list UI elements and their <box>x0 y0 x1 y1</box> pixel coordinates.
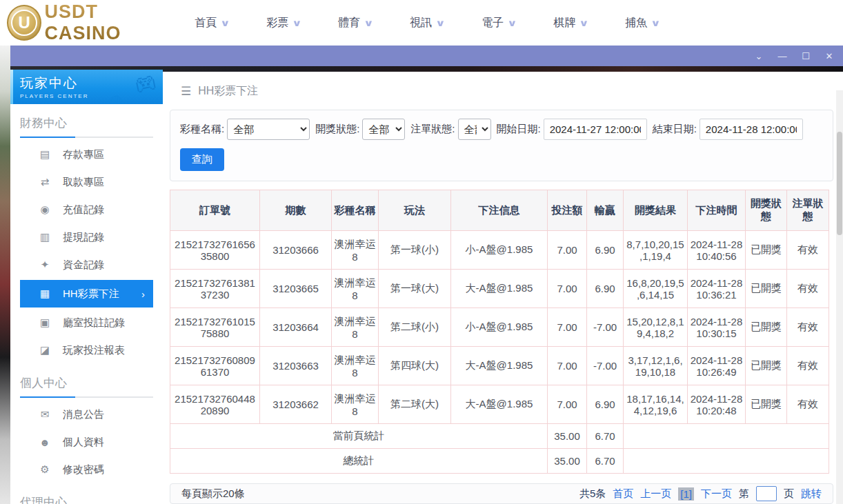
page-number-input[interactable] <box>756 486 777 501</box>
column-header-開獎狀態: 開獎狀態 <box>746 190 787 231</box>
table-cell: 8,7,10,20,15,1,19,4 <box>624 231 688 270</box>
nav-item-label: 視訊 <box>410 16 432 30</box>
sidebar-item-HH彩票下注[interactable]: ▦HH彩票下注› <box>20 280 153 308</box>
summary-empty-cell <box>624 449 829 474</box>
profile-person-icon: ☻ <box>38 436 52 448</box>
nav-item-label: 電子 <box>482 16 504 30</box>
prev-page-link[interactable]: 上一页 <box>640 487 671 501</box>
nav-item-體育[interactable]: 體育∨ <box>319 16 391 30</box>
nav-item-首頁[interactable]: 首頁∨ <box>176 16 248 30</box>
table-cell: 小-A盤@1.985 <box>451 308 548 347</box>
window-scrollbar[interactable] <box>836 90 843 504</box>
first-page-link[interactable]: 首页 <box>613 487 633 501</box>
table-cell: 已開獎 <box>746 308 787 347</box>
sidebar-item-消息公告[interactable]: ✉消息公告 <box>10 401 163 428</box>
sidebar-item-修改密碼[interactable]: ⚙修改密碼 <box>10 456 163 483</box>
table-cell: 澳洲幸运8 <box>332 347 379 385</box>
total-count-text: 共5条 <box>579 487 606 501</box>
nav-item-棋牌[interactable]: 棋牌∨ <box>535 16 606 30</box>
nav-item-label: 首頁 <box>195 16 217 30</box>
table-cell: 31203665 <box>260 270 332 308</box>
sidebar-item-取款專區[interactable]: ⇄取款專區 <box>10 168 163 196</box>
table-cell: 有效 <box>787 347 829 385</box>
column-header-彩種名稱: 彩種名稱 <box>332 190 379 231</box>
table-cell: 2152173276101575880 <box>170 308 260 347</box>
sidebar-item-label: 消息公告 <box>63 408 104 421</box>
circle-decal-icon: ◍ <box>110 92 123 104</box>
funds-bag-icon: ✦ <box>38 259 52 271</box>
nav-item-電子[interactable]: 電子∨ <box>463 16 535 30</box>
end-date-input[interactable] <box>700 119 803 140</box>
nav-item-label: 彩票 <box>266 16 288 30</box>
sidebar-item-個人資料[interactable]: ☻個人資料 <box>10 428 163 456</box>
table-cell: 2152173276080961370 <box>170 347 260 385</box>
sidebar-item-提現記錄[interactable]: ▥提現記錄 <box>10 223 163 251</box>
table-cell: 2024-11-28 10:20:48 <box>688 385 746 424</box>
table-cell: 大-A盤@1.985 <box>451 270 548 308</box>
draw-status-select[interactable]: 全部 <box>362 119 405 140</box>
section-underline <box>20 137 153 138</box>
start-date-input[interactable] <box>544 119 647 140</box>
window-titlebar: ⌄ — ☐ ✕ <box>10 46 843 66</box>
table-cell: 澳洲幸运8 <box>332 270 379 308</box>
table-cell: 2024-11-28 10:36:21 <box>688 270 746 308</box>
window-close-icon[interactable]: ✕ <box>821 49 837 63</box>
column-header-下注時間: 下注時間 <box>688 190 746 231</box>
sidebar-sections: 財務中心▤存款專區⇄取款專區◉充值記錄▥提現記錄✦資金記錄▦HH彩票下注›▣廳室… <box>10 115 163 504</box>
table-cell: 第二球(大) <box>379 385 451 424</box>
table-row: 215217327613813723031203665澳洲幸运8第一球(大)大-… <box>170 270 829 308</box>
end-date-label: 結束日期: <box>653 123 697 136</box>
column-header-訂單號: 訂單號 <box>170 190 260 231</box>
sidebar-item-存款專區[interactable]: ▤存款專區 <box>10 141 163 168</box>
column-header-下注信息: 下注信息 <box>451 190 548 231</box>
pager-controls: 共5条 首页 上一页 [1] 下一页 第 页 跳转 <box>579 486 822 501</box>
summary-row: 總統計35.006.70 <box>170 449 829 474</box>
sidebar-item-資金記錄[interactable]: ✦資金記錄 <box>10 251 163 279</box>
chevron-right-icon: › <box>141 288 145 300</box>
lottery-name-select[interactable]: 全部 <box>227 119 310 140</box>
order-status-select[interactable]: 全部 <box>458 119 491 140</box>
window-dropdown-icon[interactable]: ⌄ <box>751 49 767 63</box>
next-page-link[interactable]: 下一页 <box>701 487 732 501</box>
chevron-down-icon: ∨ <box>220 18 230 28</box>
window-maximize-icon[interactable]: ☐ <box>797 49 814 63</box>
table-row: 215217327608096137031203663澳洲幸运8第四球(大)大-… <box>170 347 829 385</box>
sidebar-item-label: 存款專區 <box>63 148 104 161</box>
column-header-投注額: 投注額 <box>548 190 587 231</box>
column-header-玩法: 玩法 <box>379 190 451 231</box>
table-cell: 已開獎 <box>746 231 787 270</box>
nav-item-捕魚[interactable]: 捕魚∨ <box>606 16 678 30</box>
table-cell: 2024-11-28 10:26:49 <box>688 347 746 385</box>
table-cell: 31203664 <box>260 308 332 347</box>
filter-panel: 彩種名稱: 全部 開獎狀態: 全部 注單狀態: 全部 開始日期: 結束日期: 查… <box>170 110 833 181</box>
sidebar-item-廳室投註記錄[interactable]: ▣廳室投註記錄 <box>10 309 163 336</box>
sidebar-item-充值記錄[interactable]: ◉充值記錄 <box>10 196 163 223</box>
nav-item-彩票[interactable]: 彩票∨ <box>248 16 319 30</box>
column-header-輸贏: 輸贏 <box>587 190 624 231</box>
jump-link[interactable]: 跳转 <box>801 487 822 501</box>
table-cell: -7.00 <box>587 308 624 347</box>
main-menu: 首頁∨彩票∨體育∨視訊∨電子∨棋牌∨捕魚∨ <box>176 16 678 30</box>
scrollbar-thumb[interactable] <box>837 132 842 235</box>
table-cell: 31203666 <box>260 231 332 270</box>
logo-text: USDT CASINO <box>44 1 176 44</box>
window-body: 玩家中心 PLAYERS CENTER 🎮︎ ◍ 財務中心▤存款專區⇄取款專區◉… <box>10 66 843 504</box>
column-header-期數: 期數 <box>260 190 332 231</box>
chevron-down-icon: ∨ <box>435 18 446 28</box>
sidebar-header: 玩家中心 PLAYERS CENTER 🎮︎ ◍ <box>10 70 163 104</box>
window-minimize-icon[interactable]: — <box>774 49 791 63</box>
chevron-down-icon: ∨ <box>507 18 517 28</box>
sidebar-item-玩家投注報表[interactable]: ◪玩家投注報表 <box>10 336 163 364</box>
table-cell: 有效 <box>787 231 829 270</box>
site-logo[interactable]: U USDT CASINO <box>0 1 176 44</box>
table-cell: 第二球(小) <box>379 308 451 347</box>
bets-table: 訂單號期數彩種名稱玩法下注信息投注額輸贏開獎結果下注時間開獎狀態注單狀態2152… <box>170 190 829 474</box>
hamburger-icon[interactable]: ☰ <box>181 84 191 99</box>
sidebar-item-label: 提現記錄 <box>63 231 104 244</box>
query-button[interactable]: 查詢 <box>180 148 224 171</box>
gear-icon: ⚙ <box>38 463 52 476</box>
logo-coin-icon: U <box>7 5 41 41</box>
nav-item-視訊[interactable]: 視訊∨ <box>391 16 463 30</box>
table-cell: 澳洲幸运8 <box>332 385 379 424</box>
table-cell: 大-A盤@1.985 <box>451 385 548 424</box>
